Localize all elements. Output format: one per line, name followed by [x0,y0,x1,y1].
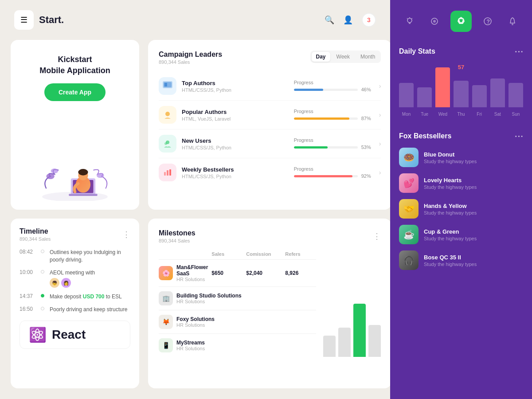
illustration [31,148,119,201]
row-info-popular: Popular Authors HTML, VueJS, Laravel [182,109,289,121]
main-area: ☰ Start. 🔍 👤 3 Kickstart Mobile Applicat… [0,0,390,399]
bestseller-image: 🍩 [399,148,419,167]
header-left: ☰ Start. [14,10,64,30]
search-icon[interactable]: 🔍 [325,15,334,25]
campaign-title-group: Campaign Leaders 890,344 Sales [159,51,222,65]
progress-pct: 87% [361,116,374,121]
row-name: New Users [182,137,289,144]
milestone-icon: 🌸 [159,266,173,280]
dots-icon[interactable]: ⋮ [122,230,130,239]
timeline-avatars: 👦 👩 [50,278,95,288]
svg-point-1 [46,173,54,179]
row-tech: HTML/CSS/JS, Python [182,87,289,93]
fox-bestsellers-section: Fox Bestsellers ⋯ 🍩 Blue Donut Study the… [390,124,532,399]
progress-bar [294,117,358,120]
sidebar: ? Daily Stats ⋯ 57 Mon Tue [390,0,532,399]
list-item: 💕 Lovely Hearts Study the highway types [399,173,523,193]
svg-point-9 [78,169,88,176]
day-label-sat: Sat [494,112,501,117]
milestone-icon: 📱 [159,338,173,352]
table-row: Top Authors HTML/CSS/JS, Python Progress… [159,72,381,101]
svg-rect-16 [164,172,166,176]
list-item: 📱 MyStreams HR Solutions [159,334,316,357]
chevron-right-icon[interactable]: › [379,140,381,147]
bestseller-name: Hands & Yellow [424,203,477,209]
create-app-button[interactable]: Create App [44,83,106,101]
progress-bar-wrap: 46% [294,87,374,92]
table-row: Weekly Bestsellers HTML/CSS/JS, Python P… [159,158,381,187]
progress-label: Progress [294,137,374,143]
bar-day-sat: Sat [490,78,505,117]
list-item: 🦊 Foxy Solutions HR Solutions [159,310,316,334]
sidebar-tab-help[interactable]: ? [479,12,497,30]
day-label-sun: Sun [512,112,520,117]
bar-day-wed: Wed [435,67,450,117]
progress-label: Progress [294,109,374,114]
tab-month[interactable]: Month [356,52,379,62]
list-item: 🏢 Building Studio Solutions HR Solutions [159,287,316,310]
chevron-right-icon[interactable]: › [379,82,381,90]
timeline-card: Timeline 890,344 Sales ⋮ 08:42 Outlines … [11,219,139,388]
progress-section: Progress 46% [294,80,374,92]
milestone-sub: HR Solutions [176,299,242,304]
milestone-name: MyStreams [176,340,205,346]
kickstart-title: Kickstart Mobile Application [39,54,110,76]
progress-section: Progress 87% [294,109,374,121]
notification-badge[interactable]: 3 [362,13,376,27]
bar-fri [472,85,487,107]
progress-bar [294,89,358,91]
progress-bar [294,175,358,177]
timeline-link[interactable]: USD 700 [83,293,105,300]
sidebar-tab-fox[interactable] [450,11,472,32]
list-item: 🤝 Hands & Yellow Study the highway types [399,199,523,219]
bar-sat [490,78,505,107]
timeline-time: 10:00 [20,269,35,275]
daily-stats-section: Daily Stats ⋯ 57 Mon Tue Wed [390,39,532,124]
svg-point-15 [164,142,167,145]
progress-fill [294,175,352,177]
dots-menu-icon[interactable]: ⋯ [514,46,523,57]
svg-point-27 [512,23,513,25]
bar-day-sun: Sun [509,83,523,117]
progress-fill [294,146,328,149]
list-item: 08:42 Outlines keep you Indulging in poo… [20,249,130,264]
list-item: 16:50 Poorly driving and keep structure [20,306,130,313]
bar-day-mon: Mon [399,83,414,117]
list-item: 🍩 Blue Donut Study the highway types [399,148,523,167]
bar-mon [399,83,414,107]
sidebar-tab-circle[interactable] [426,12,443,30]
bar-day-thu: Thu [454,81,468,117]
bestseller-name: Lovely Hearts [424,177,477,184]
sidebar-tab-bulb[interactable] [401,12,419,30]
row-name: Top Authors [182,80,289,86]
chart-peak-value: 57 [399,64,523,70]
chart-bar [338,328,351,357]
row-tech: HTML/CSS/JS, Python [182,174,289,179]
tab-week[interactable]: Week [332,52,354,62]
stat-value: $650 [211,270,243,276]
tab-day[interactable]: Day [312,52,330,62]
bestseller-image: 💕 [399,173,419,193]
bestseller-name: Blue Donut [424,151,477,158]
svg-line-21 [407,18,408,19]
chevron-right-icon[interactable]: › [379,111,381,118]
campaign-title: Campaign Leaders [159,51,222,59]
chevron-right-icon[interactable]: › [379,169,381,176]
dots-menu-icon[interactable]: ⋯ [514,131,523,141]
user-icon[interactable]: 👤 [343,15,353,25]
timeline-list: 08:42 Outlines keep you Indulging in poo… [20,249,130,313]
bestseller-sub: Study the highway types [424,236,477,241]
sidebar-tab-bell[interactable] [504,12,521,30]
row-info-authors: Top Authors HTML/CSS/JS, Python [182,80,289,93]
fox-bestsellers-title: Fox Bestsellers ⋯ [399,131,523,141]
row-info-bestsellers: Weekly Bestsellers HTML/CSS/JS, Python [182,166,289,179]
milestone-name: Foxy Solutions [176,316,215,322]
stat-value: $2,040 [246,270,282,276]
bar-sun [509,83,523,107]
campaign-header: Campaign Leaders 890,344 Sales Day Week … [159,51,381,65]
campaign-rows: Top Authors HTML/CSS/JS, Python Progress… [159,72,381,187]
dots-icon[interactable]: ⋮ [373,231,381,241]
react-text: React [52,328,86,342]
bar-thu [454,81,468,107]
day-label-tue: Tue [421,112,428,117]
